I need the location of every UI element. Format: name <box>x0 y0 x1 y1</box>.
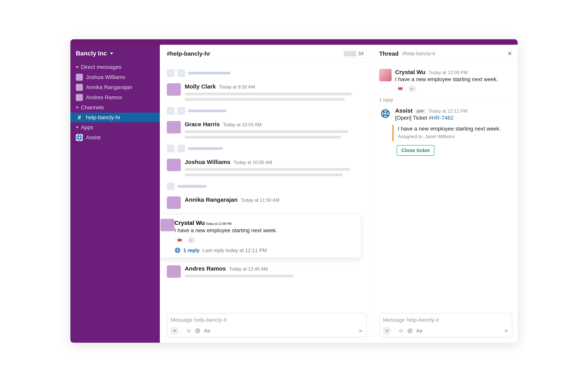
avatar <box>167 265 181 278</box>
app-name: Assist <box>86 134 101 141</box>
message-author: Joshua Williams <box>185 159 231 165</box>
thread-messages[interactable]: Crystal Wu Today at 12:09 PM I have a ne… <box>374 63 518 310</box>
message-composer[interactable]: Message help-bancly-it + ☺ @ Aa ➤ <box>167 313 367 337</box>
dm-name: Joshua Williams <box>86 74 125 80</box>
placeholder-row <box>160 142 374 155</box>
workspace-name: Bancly Inc <box>76 50 107 57</box>
emoji-button[interactable]: ☺ <box>186 328 191 334</box>
format-button[interactable]: Aa <box>204 328 210 334</box>
close-thread-button[interactable]: ✕ <box>507 50 512 57</box>
avatar <box>167 121 181 133</box>
placeholder-row <box>160 66 374 80</box>
add-reaction-button[interactable]: ☺+ <box>188 236 195 244</box>
avatar <box>76 94 83 101</box>
section-label: Channels <box>81 105 104 111</box>
channel-title[interactable]: #help-bancly-hr <box>167 50 339 57</box>
avatar <box>167 83 181 96</box>
placeholder-row <box>160 104 374 117</box>
message-author: Grace Harris <box>185 121 220 127</box>
message-author: Annika Rangarajan <box>185 196 238 203</box>
section-channels[interactable]: Channels <box>70 103 160 113</box>
highlighted-message[interactable]: Crystal Wu Today at 12:09 PM I have a ne… <box>160 214 361 258</box>
thread-root-message[interactable]: Crystal Wu Today at 12:09 PM I have a ne… <box>374 67 518 95</box>
message-author: Crystal Wu <box>174 220 205 226</box>
caret-down-icon <box>76 66 79 68</box>
avatar <box>76 84 83 91</box>
member-count-chip[interactable]: 34 <box>343 49 367 58</box>
hash-icon: # <box>76 114 83 121</box>
channel-header: #help-bancly-hr 34 <box>160 45 374 63</box>
lifebuoy-icon <box>380 108 390 119</box>
message[interactable]: Grace Harris Today at 10:03 AM <box>160 117 374 142</box>
thread-title: Thread <box>379 50 399 57</box>
message[interactable]: Andres Ramos Today at 12:45 AM <box>160 262 374 281</box>
avatar <box>167 196 181 209</box>
last-reply-time: Last reply today at 12:11 PM <box>202 247 267 254</box>
message[interactable]: Joshua Williams Today at 10:05 AM <box>160 155 374 180</box>
message-time: Today at 12:09 PM <box>206 222 231 225</box>
send-button[interactable]: ➤ <box>358 328 363 334</box>
message-time: Today at 9:30 AM <box>219 84 255 89</box>
placeholder-row <box>160 180 374 193</box>
composer-toolbar: + ☺ @ Aa ➤ <box>383 327 508 335</box>
add-reaction-button[interactable]: ☺+ <box>408 85 416 93</box>
avatar <box>76 74 83 81</box>
section-direct-messages[interactable]: Direct messages <box>70 62 160 72</box>
emoji-button[interactable]: ☺ <box>398 328 404 334</box>
mention-button[interactable]: @ <box>407 328 413 334</box>
titlebar <box>70 39 518 45</box>
message[interactable]: Molly Clark Today at 9:30 AM <box>160 80 374 104</box>
caret-down-icon <box>76 107 79 108</box>
section-apps[interactable]: Apps <box>70 122 160 132</box>
message-time: Today at 12:09 PM <box>429 70 468 75</box>
message-list[interactable]: Molly Clark Today at 9:30 AM Grace Harri… <box>160 63 374 310</box>
reactions: 🎟️ ☺+ <box>174 236 355 244</box>
reaction-ticket-emoji[interactable]: 🎟️ <box>395 85 405 92</box>
app-layout: Bancly Inc Direct messages Joshua Willia… <box>70 45 518 343</box>
ticket-assigned: Assigned to: Janet Williams <box>398 134 512 139</box>
attach-button[interactable]: + <box>170 327 179 335</box>
assist-avatar <box>379 107 392 120</box>
composer-toolbar: + ☺ @ Aa ➤ <box>170 327 363 335</box>
reaction-ticket-emoji[interactable]: 🎟️ <box>174 237 185 244</box>
thread-link[interactable]: 1 reply Last reply today at 12:11 PM <box>174 247 355 254</box>
send-button[interactable]: ➤ <box>504 328 508 334</box>
message-author: Andres Ramos <box>185 265 226 272</box>
ticket-link[interactable]: #HR-7482 <box>429 115 454 121</box>
avatar <box>160 219 174 231</box>
dm-item[interactable]: Annika Rangarajan <box>70 82 160 92</box>
channel-name: help-bancly-hr <box>86 114 120 121</box>
svg-point-3 <box>177 249 179 252</box>
avatar <box>379 69 392 81</box>
dm-name: Andres Ramos <box>86 94 122 101</box>
dm-item[interactable]: Joshua Williams <box>70 72 160 82</box>
reply-separator: 1 reply <box>374 95 518 106</box>
composer-placeholder: Message help-bancly-it <box>170 317 363 323</box>
workspace-switcher[interactable]: Bancly Inc <box>70 45 160 62</box>
format-button[interactable]: Aa <box>416 328 422 334</box>
thread-pane: Thread #help-bancly-it ✕ Crystal Wu Toda… <box>374 45 518 343</box>
attach-button[interactable]: + <box>383 327 391 335</box>
section-label: Direct messages <box>81 64 122 70</box>
assist-app-icon <box>76 134 83 141</box>
app-item-assist[interactable]: Assist <box>70 132 160 143</box>
thread-composer[interactable]: Message help-bancly-it + ☺ @ Aa ➤ <box>379 313 512 337</box>
mention-button[interactable]: @ <box>195 328 200 334</box>
ticket-attachment: I have a new employee starting next week… <box>392 125 512 141</box>
thread-header: Thread #help-bancly-it ✕ <box>374 45 518 63</box>
message[interactable]: Annika Rangarajan Today at 11:50 AM <box>160 193 374 212</box>
close-ticket-button[interactable]: Close ticket <box>397 145 434 156</box>
message-time: Today at 12:45 AM <box>229 266 268 272</box>
divider <box>182 328 182 334</box>
chevron-down-icon <box>110 53 113 54</box>
app-badge: APP <box>415 109 425 114</box>
highlighted-message-wrap: Crystal Wu Today at 12:09 PM I have a ne… <box>160 214 374 258</box>
thread-reply-assist[interactable]: Assist APP Today at 12:11 PM [Open] Tick… <box>374 106 518 123</box>
dm-item[interactable]: Andres Ramos <box>70 92 160 103</box>
ticket-status-prefix: [Open] Ticket <box>395 115 429 121</box>
ticket-quote: I have a new employee starting next week… <box>398 126 512 132</box>
avatar <box>167 159 181 171</box>
app-window: Bancly Inc Direct messages Joshua Willia… <box>70 39 518 343</box>
channel-item-help-bancly-hr[interactable]: # help-bancly-hr <box>70 113 160 122</box>
message-author: Assist <box>395 107 413 114</box>
